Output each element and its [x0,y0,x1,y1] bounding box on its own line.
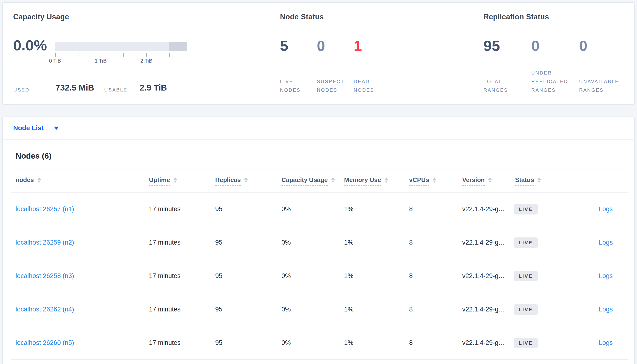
replicas-cell: 95 [211,226,277,259]
replication-status-stat: 0 UNDER- REPLICATED RANGES [531,3,579,104]
capacity-percent: 0.0% [13,38,47,53]
capacity-tick-label: 0 TiB [44,58,66,64]
column-header[interactable]: Version [458,170,511,192]
sort-down-icon [537,180,541,183]
capacity-usage-cell: 0% [277,260,340,292]
memory-use-cell: 1% [340,192,405,226]
sort-down-icon [38,180,41,183]
column-header[interactable]: Status [511,170,594,192]
memory-use-cell: 1% [340,326,405,360]
node-address-link[interactable]: localhost:26260 (n5) [16,339,74,346]
nodes-table: nodes Uptime Replicas [11,170,628,360]
table-row: localhost:26257 (n1) 17 minutes 95 0% 1%… [11,192,628,226]
sort-down-icon [332,180,335,183]
column-header-label: Version [462,176,485,186]
sort-up-icon [244,178,248,180]
cluster-summary-card: Capacity Usage 0.0% 0 TiB 1 TiB 2 TiB US… [3,2,634,104]
status-badge: LIVE [514,271,538,281]
node-address-link[interactable]: localhost:26262 (n4) [16,306,74,313]
memory-use-cell: 1% [340,260,405,292]
view-selector-bar: Node List [3,117,634,140]
node-status-stats: 5 LIVE NODES 0 SUSPECT NODES 1 DEAD NODE… [280,3,391,104]
capacity-bar-usable-segment [55,42,169,51]
stat-value: 0 [531,38,539,53]
replication-status-stat: 0 UNAVAILABLE RANGES [579,3,627,104]
vcpus-cell: 8 [405,192,458,226]
vcpus-cell: 8 [405,226,458,259]
capacity-bar [55,42,187,51]
column-header[interactable]: Memory Use [340,170,405,192]
status-badge: LIVE [514,338,538,348]
version-cell: v22.1.4-29-g… [458,326,511,360]
uptime-cell: 17 minutes [145,192,211,226]
node-status-stat: 1 DEAD NODES [354,3,391,104]
version-cell: v22.1.4-29-g… [458,260,511,292]
table-body: localhost:26257 (n1) 17 minutes 95 0% 1%… [11,192,628,360]
node-address-link[interactable]: localhost:26259 (n2) [16,239,74,246]
memory-use-cell: 1% [340,226,405,259]
used-label: USED [14,87,30,93]
uptime-cell: 17 minutes [145,293,211,326]
capacity-usage-title: Capacity Usage [13,13,69,21]
table-row: localhost:26260 (n5) 17 minutes 95 0% 1%… [11,326,628,360]
stat-label: UNDER- REPLICATED RANGES [531,68,568,94]
stat-value: 0 [579,38,587,53]
version-cell: v22.1.4-29-g… [458,226,511,259]
node-status-stat: 5 LIVE NODES [280,3,317,104]
uptime-cell: 17 minutes [145,260,211,292]
caret-down-icon [54,126,59,130]
stat-label: TOTAL RANGES [483,77,508,94]
column-header[interactable]: vCPUs [405,170,458,192]
stat-label: UNAVAILABLE RANGES [579,77,619,94]
capacity-usage-cell: 0% [277,226,340,259]
column-header[interactable]: Uptime [145,170,211,192]
replicas-cell: 95 [211,293,277,326]
column-header[interactable]: Replicas [211,170,277,192]
status-badge: LIVE [514,204,538,214]
node-list-dropdown-label: Node List [13,124,44,132]
memory-use-cell: 1% [340,293,405,326]
table-row: localhost:26259 (n2) 17 minutes 95 0% 1%… [11,226,628,260]
uptime-cell: 17 minutes [145,326,211,360]
column-header-label: nodes [16,176,34,186]
logs-link[interactable]: Logs [599,239,613,246]
sort-up-icon [174,178,177,180]
node-address-link[interactable]: localhost:26258 (n3) [16,272,74,280]
sort-down-icon [244,180,248,183]
column-header-label: Status [515,176,534,186]
capacity-tick-label: 2 TiB [136,58,157,64]
logs-link[interactable]: Logs [599,272,613,280]
stat-label: LIVE NODES [280,77,300,94]
capacity-axis-tick [123,53,124,57]
node-list-dropdown[interactable]: Node List [13,124,59,132]
sort-icon [332,178,335,183]
vcpus-cell: 8 [405,260,458,292]
sort-icon [174,178,177,183]
capacity-axis-tick [146,53,147,57]
replicas-cell: 95 [211,260,277,292]
stat-value: 0 [317,38,325,53]
status-badge: LIVE [514,238,538,248]
logs-link[interactable]: Logs [599,306,613,313]
sort-up-icon [537,178,541,180]
stat-value: 1 [354,38,362,53]
capacity-usage-cell: 0% [277,293,340,326]
stat-label: SUSPECT NODES [317,77,344,94]
sort-icon [244,178,248,183]
column-header-label: Replicas [215,176,241,186]
sort-up-icon [488,178,492,180]
table-row: localhost:26258 (n3) 17 minutes 95 0% 1%… [11,260,628,293]
logs-link[interactable]: Logs [599,206,613,213]
sort-up-icon [433,178,436,180]
node-address-link[interactable]: localhost:26257 (n1) [16,206,74,213]
capacity-axis-tick [169,53,170,57]
column-header[interactable]: nodes [11,170,145,192]
column-header-label: Capacity Usage [281,176,328,186]
sort-up-icon [385,178,388,180]
sort-icon [537,178,541,183]
column-header[interactable]: Capacity Usage [277,170,340,192]
sort-icon [385,178,388,183]
sort-icon [38,178,41,183]
sort-down-icon [385,180,388,183]
logs-link[interactable]: Logs [599,339,613,346]
